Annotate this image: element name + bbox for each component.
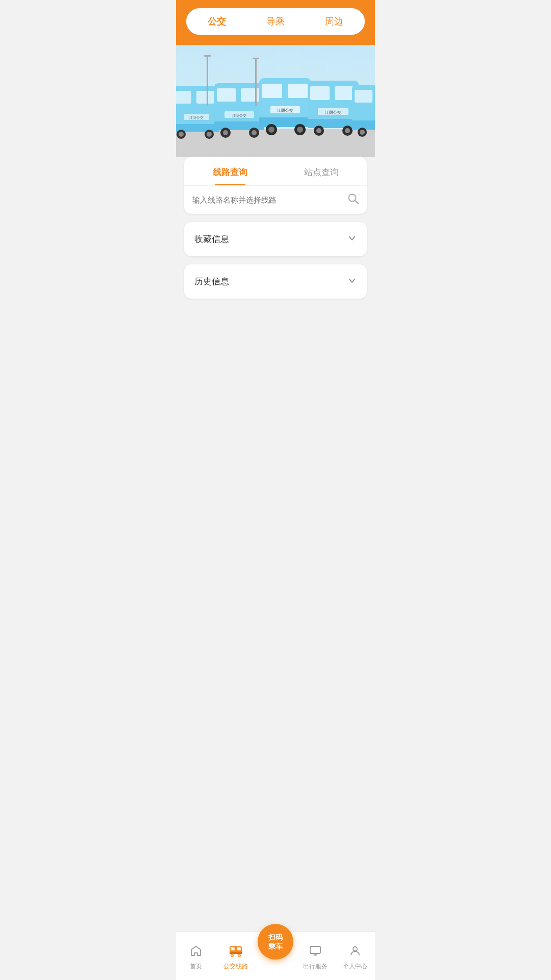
nav-travel-service-label: 出行服务 [303, 962, 328, 971]
favorites-header[interactable]: 收藏信息 [184, 222, 367, 256]
tab-nearby[interactable]: 周边 [305, 9, 364, 34]
svg-rect-52 [253, 58, 259, 59]
svg-rect-58 [230, 952, 242, 954]
tab-guide[interactable]: 导乘 [246, 9, 305, 34]
nav-home-label: 首页 [190, 962, 202, 971]
svg-rect-34 [335, 86, 354, 100]
tab-stop-query[interactable]: 站点查询 [276, 157, 367, 185]
svg-text:江阴公交: 江阴公交 [189, 116, 204, 120]
svg-rect-51 [255, 58, 257, 106]
bus-icon [229, 945, 243, 960]
route-search-input[interactable] [192, 195, 342, 204]
svg-point-9 [207, 132, 212, 137]
svg-rect-35 [308, 119, 359, 128]
search-tab-group: 线路查询 站点查询 [184, 157, 367, 186]
svg-text:江阴公交: 江阴公交 [232, 114, 246, 118]
svg-point-29 [297, 127, 303, 133]
svg-point-46 [360, 130, 365, 135]
monitor-icon [309, 945, 321, 960]
svg-point-27 [268, 127, 274, 133]
nav-bus-route[interactable]: 公交线路 [216, 945, 256, 972]
favorites-title: 收藏信息 [194, 233, 229, 245]
svg-rect-33 [310, 86, 330, 100]
svg-rect-23 [262, 84, 282, 98]
svg-rect-49 [207, 55, 208, 106]
svg-rect-3 [176, 91, 191, 104]
tab-route-query[interactable]: 线路查询 [184, 157, 276, 185]
svg-rect-50 [204, 55, 211, 57]
svg-point-17 [223, 130, 228, 135]
search-input-row [184, 186, 367, 214]
bottom-nav: 首页 公交线路 扫码乘车 [176, 932, 375, 980]
favorites-section: 收藏信息 [184, 222, 367, 256]
scan-button[interactable]: 扫码乘车 [258, 924, 293, 960]
svg-text:江阴公交: 江阴公交 [277, 108, 293, 113]
person-icon [349, 945, 361, 960]
nav-personal-center-label: 个人中心 [343, 962, 367, 971]
svg-point-62 [239, 955, 240, 957]
svg-rect-14 [241, 88, 260, 102]
svg-text:江阴公交: 江阴公交 [325, 110, 341, 115]
svg-point-66 [353, 947, 357, 951]
svg-point-7 [179, 132, 184, 137]
svg-point-19 [252, 130, 257, 135]
svg-rect-57 [237, 947, 241, 950]
favorites-chevron-icon [347, 234, 357, 245]
history-section: 历史信息 [184, 264, 367, 299]
svg-rect-13 [217, 88, 236, 102]
search-icon[interactable] [347, 193, 359, 207]
scan-button-label: 扫码乘车 [268, 933, 283, 951]
svg-rect-43 [355, 90, 372, 103]
svg-point-39 [345, 128, 350, 133]
nav-bus-route-label: 公交线路 [223, 962, 248, 971]
search-card: 线路查询 站点查询 [184, 157, 367, 214]
nav-scan-wrap: 扫码乘车 [256, 924, 295, 960]
svg-line-54 [355, 201, 358, 204]
tab-bus[interactable]: 公交 [187, 9, 246, 34]
svg-rect-24 [288, 84, 308, 98]
top-tab-group: 公交 导乘 周边 [186, 8, 365, 35]
nav-travel-service[interactable]: 出行服务 [295, 945, 335, 972]
home-icon [190, 945, 202, 960]
svg-rect-63 [310, 946, 320, 953]
history-header[interactable]: 历史信息 [184, 264, 367, 299]
history-chevron-icon [347, 276, 357, 287]
nav-home[interactable]: 首页 [176, 945, 216, 972]
svg-point-37 [316, 128, 321, 133]
nav-personal-center[interactable]: 个人中心 [335, 945, 375, 972]
svg-rect-4 [196, 91, 214, 104]
svg-point-61 [232, 955, 233, 957]
svg-rect-56 [231, 947, 235, 950]
main-content: 线路查询 站点查询 收藏信息 历史信息 [176, 157, 375, 358]
bus-banner: 江阴公交 江阴公交 江阴公交 [176, 45, 375, 157]
history-title: 历史信息 [194, 276, 229, 287]
header: 公交 导乘 周边 [176, 0, 375, 45]
